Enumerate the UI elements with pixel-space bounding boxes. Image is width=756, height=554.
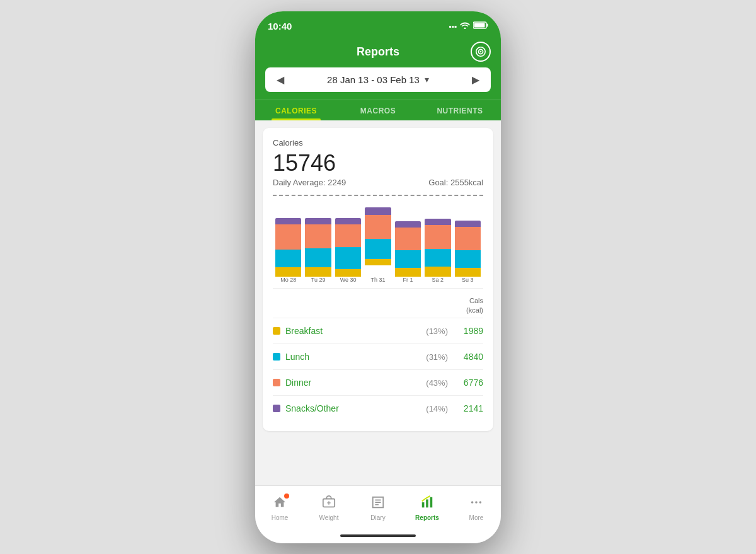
home-label: Home bbox=[272, 514, 289, 521]
meal-calories: 4840 bbox=[458, 352, 483, 362]
svg-point-5 bbox=[480, 51, 482, 53]
bar-segment bbox=[425, 219, 450, 225]
next-date-button[interactable]: ▶ bbox=[469, 74, 482, 86]
meal-calories: 2141 bbox=[458, 403, 483, 413]
meal-color-dot bbox=[273, 405, 280, 412]
status-time: 10:40 bbox=[268, 21, 292, 32]
nav-more[interactable]: More bbox=[452, 486, 501, 526]
meal-row[interactable]: Lunch(31%)4840 bbox=[273, 344, 483, 370]
chart-day-label: Sa 2 bbox=[425, 277, 450, 283]
signal-icon: ▪▪▪ bbox=[449, 22, 457, 31]
bar-segment bbox=[395, 268, 421, 277]
goal-line bbox=[273, 195, 483, 196]
bar-segment bbox=[455, 268, 481, 277]
main-content: Calories 15746 Daily Average: 2249 Goal:… bbox=[255, 120, 501, 485]
meal-percent: (31%) bbox=[426, 352, 448, 362]
bar-segment bbox=[365, 207, 391, 215]
svg-point-16 bbox=[475, 501, 478, 504]
header: Reports bbox=[255, 39, 501, 67]
svg-point-17 bbox=[479, 501, 482, 504]
status-bar: 10:40 ▪▪▪ bbox=[255, 11, 501, 39]
bar-segment bbox=[395, 228, 421, 250]
meal-color-dot bbox=[273, 353, 280, 361]
target-button[interactable] bbox=[471, 42, 491, 62]
chart-day-label: Tu 29 bbox=[305, 277, 331, 283]
chevron-down-icon: ▾ bbox=[425, 74, 429, 84]
svg-rect-12 bbox=[422, 502, 425, 507]
tab-nutrients[interactable]: NUTRIENTS bbox=[419, 100, 501, 120]
date-navigation: ◀ 28 Jan 13 - 03 Feb 13 ▾ ▶ bbox=[255, 67, 501, 100]
bar-segment bbox=[275, 218, 301, 224]
bar-segment bbox=[275, 224, 301, 250]
weight-icon bbox=[322, 495, 336, 513]
bar-segment bbox=[335, 269, 361, 277]
meal-calories: 6776 bbox=[458, 378, 483, 388]
svg-rect-2 bbox=[474, 23, 485, 28]
bar-segment bbox=[425, 225, 450, 249]
svg-point-15 bbox=[471, 501, 474, 504]
bar-segment bbox=[365, 215, 391, 239]
bar-segment bbox=[395, 250, 421, 268]
bar-segment bbox=[305, 267, 331, 277]
meal-color-dot bbox=[273, 327, 280, 335]
date-range-selector[interactable]: 28 Jan 13 - 03 Feb 13 ▾ bbox=[327, 74, 429, 85]
meal-row[interactable]: Dinner(43%)6776 bbox=[273, 370, 483, 396]
chart-labels: Mo 28Tu 29We 30Th 31Fr 1Sa 2Su 3 bbox=[273, 277, 483, 283]
meal-name: Snacks/Other bbox=[285, 403, 426, 413]
bar-col bbox=[305, 218, 331, 277]
chart-day-label: Mo 28 bbox=[275, 277, 301, 283]
bar-segment bbox=[305, 224, 331, 248]
meal-percent: (13%) bbox=[426, 326, 448, 336]
chart-day-label: Fr 1 bbox=[395, 277, 421, 283]
nav-weight[interactable]: Weight bbox=[304, 486, 353, 526]
bar-segment bbox=[365, 239, 391, 259]
daily-average: Daily Average: 2249 bbox=[273, 178, 346, 187]
wifi-icon bbox=[460, 21, 470, 31]
bar-col bbox=[365, 207, 391, 277]
bar-segment bbox=[425, 249, 450, 267]
reports-icon bbox=[420, 495, 434, 513]
tab-calories[interactable]: CALORIES bbox=[255, 100, 337, 120]
bar-col bbox=[275, 218, 301, 277]
status-icons: ▪▪▪ bbox=[449, 21, 488, 31]
bar-segment bbox=[335, 218, 361, 224]
meal-name: Lunch bbox=[285, 352, 426, 362]
bar-col bbox=[455, 221, 481, 277]
bar-col bbox=[425, 219, 450, 277]
bar-segment bbox=[335, 224, 361, 247]
battery-icon bbox=[473, 21, 488, 31]
diary-label: Diary bbox=[370, 514, 385, 521]
reports-label: Reports bbox=[415, 514, 439, 521]
prev-date-button[interactable]: ◀ bbox=[274, 74, 287, 86]
meal-row[interactable]: Snacks/Other(14%)2141 bbox=[273, 396, 483, 421]
cals-col-header: Cals(kcal) bbox=[273, 294, 483, 319]
bar-col bbox=[395, 221, 421, 277]
bar-segment bbox=[425, 267, 450, 277]
nav-diary[interactable]: Diary bbox=[353, 486, 403, 526]
bottom-nav: Home Weight Diar bbox=[255, 485, 501, 531]
bar-chart bbox=[273, 201, 483, 277]
meal-row[interactable]: Breakfast(13%)1989 bbox=[273, 318, 483, 344]
home-badge bbox=[284, 493, 289, 499]
nav-home[interactable]: Home bbox=[255, 486, 304, 526]
nav-reports[interactable]: Reports bbox=[403, 486, 452, 526]
more-label: More bbox=[469, 514, 484, 521]
bar-segment bbox=[455, 227, 481, 250]
svg-rect-1 bbox=[487, 24, 488, 27]
more-icon bbox=[469, 495, 483, 513]
meal-name: Breakfast bbox=[285, 326, 426, 336]
tab-macros[interactable]: MACROS bbox=[337, 100, 419, 120]
header-title: Reports bbox=[357, 45, 399, 59]
bar-segment bbox=[455, 221, 481, 227]
goal: Goal: 2555kcal bbox=[428, 178, 483, 187]
card-title: Calories bbox=[273, 138, 483, 147]
date-range-text: 28 Jan 13 - 03 Feb 13 bbox=[327, 74, 420, 85]
chart-day-label: We 30 bbox=[335, 277, 361, 283]
bar-segment bbox=[305, 248, 331, 267]
svg-rect-13 bbox=[426, 499, 428, 507]
bar-segment bbox=[395, 221, 421, 228]
meal-calories: 1989 bbox=[458, 326, 483, 336]
meal-color-dot bbox=[273, 379, 280, 386]
bar-segment bbox=[275, 267, 301, 277]
svg-rect-14 bbox=[430, 497, 433, 507]
